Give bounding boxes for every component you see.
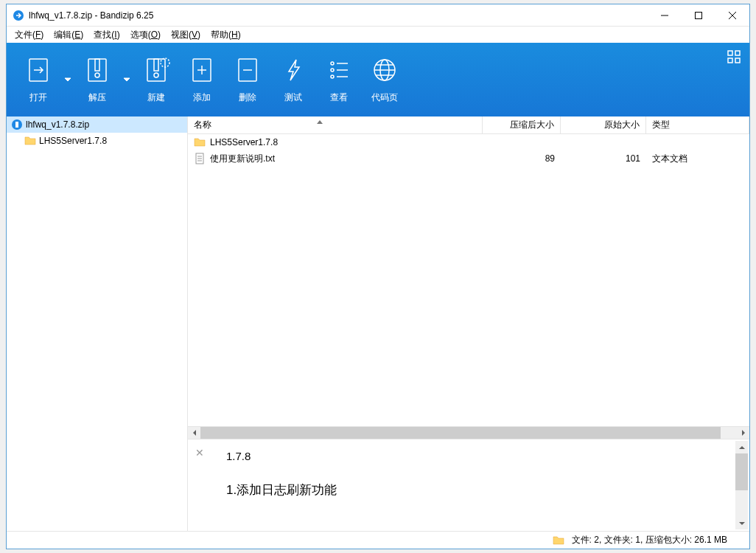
column-type[interactable]: 类型 — [646, 116, 749, 133]
tree-root-item[interactable]: lhfwq_v1.7.8.zip — [7, 116, 187, 133]
column-original[interactable]: 原始大小 — [561, 116, 646, 133]
zip-icon — [11, 119, 23, 131]
folder-icon — [194, 136, 206, 148]
scroll-left-icon[interactable] — [188, 427, 200, 439]
menu-file[interactable]: 文件(F) — [10, 27, 49, 43]
statusbar: 文件: 2, 文件夹: 1, 压缩包大小: 26.1 MB — [7, 531, 749, 549]
titlebar[interactable]: lhfwq_v1.7.8.zip - Bandizip 6.25 — [7, 4, 749, 27]
extract-label: 解压 — [88, 91, 106, 104]
toolbar: 打开 解压 新建 添加 删除 测试 查看 代码页 — [7, 43, 749, 116]
new-icon — [142, 56, 170, 84]
file-compressed: 89 — [483, 153, 561, 164]
preview-close-icon[interactable]: ✕ — [195, 447, 204, 459]
tree-child-item[interactable]: LHS5Server1.7.8 — [7, 133, 187, 149]
extract-button[interactable]: 解压 — [74, 49, 120, 111]
app-window: lhfwq_v1.7.8.zip - Bandizip 6.25 文件(F) 编… — [6, 4, 750, 549]
tree-root-label: lhfwq_v1.7.8.zip — [26, 119, 89, 130]
column-compressed[interactable]: 压缩后大小 — [483, 116, 561, 133]
svg-rect-31 — [728, 58, 732, 63]
codepage-button[interactable]: 代码页 — [362, 49, 407, 111]
scroll-thumb[interactable] — [200, 427, 721, 439]
right-panel: 名称 压缩后大小 原始大小 类型 LHS5Server1.7.8 — [188, 116, 749, 531]
svg-point-11 — [154, 73, 158, 77]
view-label: 查看 — [330, 91, 348, 104]
add-button[interactable]: 添加 — [179, 49, 225, 111]
sort-indicator-icon — [317, 116, 323, 126]
preview-panel: ✕ 1.7.8 1.添加日志刷新功能 — [188, 439, 749, 531]
svg-point-20 — [331, 69, 334, 72]
text-file-icon — [194, 153, 206, 164]
preview-content: 1.添加日志刷新功能 — [217, 481, 735, 498]
delete-label: 删除 — [239, 91, 256, 104]
svg-rect-30 — [735, 51, 740, 55]
maximize-button[interactable] — [682, 4, 715, 27]
file-list[interactable]: LHS5Server1.7.8 使用更新说明.txt 89 101 文本文档 — [188, 134, 749, 426]
scroll-down-icon[interactable] — [735, 517, 748, 529]
svg-point-22 — [331, 75, 334, 78]
extract-dropdown[interactable] — [120, 43, 133, 116]
svg-rect-32 — [735, 58, 740, 63]
menubar: 文件(F) 编辑(E) 查找(I) 选项(O) 视图(V) 帮助(H) — [7, 27, 749, 43]
svg-rect-7 — [95, 59, 99, 71]
tree-panel[interactable]: lhfwq_v1.7.8.zip LHS5Server1.7.8 — [7, 116, 188, 531]
close-button[interactable] — [715, 4, 749, 27]
horizontal-scrollbar[interactable] — [188, 426, 749, 439]
status-text: 文件: 2, 文件夹: 1, 压缩包大小: 26.1 MB — [572, 534, 727, 546]
list-item[interactable]: 使用更新说明.txt 89 101 文本文档 — [188, 150, 749, 167]
file-name: 使用更新说明.txt — [210, 153, 275, 165]
column-name[interactable]: 名称 — [188, 116, 483, 133]
add-label: 添加 — [193, 91, 211, 104]
delete-icon — [234, 56, 262, 84]
menu-edit[interactable]: 编辑(E) — [49, 27, 88, 43]
view-button[interactable]: 查看 — [316, 49, 362, 111]
new-button[interactable]: 新建 — [133, 49, 179, 111]
file-type: 文本文档 — [646, 153, 749, 165]
codepage-label: 代码页 — [371, 91, 398, 104]
window-controls — [648, 4, 749, 27]
scroll-track[interactable] — [200, 427, 737, 439]
open-button[interactable]: 打开 — [15, 49, 61, 111]
file-original: 101 — [561, 153, 646, 164]
open-label: 打开 — [29, 91, 47, 104]
svg-rect-29 — [728, 51, 732, 55]
open-icon — [24, 56, 52, 84]
open-dropdown[interactable] — [61, 43, 74, 116]
list-item[interactable]: LHS5Server1.7.8 — [188, 134, 749, 150]
scroll-thumb[interactable] — [735, 453, 748, 490]
new-label: 新建 — [147, 91, 165, 104]
file-name: LHS5Server1.7.8 — [210, 137, 278, 147]
view-icon — [325, 56, 353, 84]
folder-icon — [553, 535, 564, 546]
menu-find[interactable]: 查找(I) — [88, 27, 125, 43]
test-icon — [279, 56, 307, 84]
svg-point-18 — [331, 62, 334, 65]
menu-help[interactable]: 帮助(H) — [206, 27, 246, 43]
svg-rect-34 — [15, 122, 18, 128]
scroll-up-icon[interactable] — [735, 441, 748, 453]
svg-rect-10 — [154, 59, 158, 71]
folder-icon — [24, 135, 36, 147]
test-label: 测试 — [284, 91, 302, 104]
delete-button[interactable]: 删除 — [225, 49, 270, 111]
preview-version: 1.7.8 — [217, 450, 735, 462]
tree-child-label: LHS5Server1.7.8 — [39, 136, 107, 146]
app-icon — [13, 10, 24, 21]
menu-options[interactable]: 选项(O) — [125, 27, 166, 43]
content-area: lhfwq_v1.7.8.zip LHS5Server1.7.8 名称 压缩后大… — [7, 116, 749, 531]
menu-view[interactable]: 视图(V) — [166, 27, 206, 43]
extract-icon — [83, 56, 111, 84]
codepage-icon — [371, 56, 399, 84]
list-header: 名称 压缩后大小 原始大小 类型 — [188, 116, 749, 134]
minimize-button[interactable] — [648, 4, 682, 27]
svg-rect-2 — [696, 12, 702, 18]
window-title: lhfwq_v1.7.8.zip - Bandizip 6.25 — [29, 10, 648, 21]
svg-point-8 — [95, 73, 99, 77]
preview-scrollbar[interactable] — [735, 441, 748, 529]
scroll-right-icon[interactable] — [737, 427, 749, 439]
test-button[interactable]: 测试 — [270, 49, 316, 111]
menu-grid-icon[interactable] — [727, 50, 741, 66]
add-icon — [188, 56, 216, 84]
